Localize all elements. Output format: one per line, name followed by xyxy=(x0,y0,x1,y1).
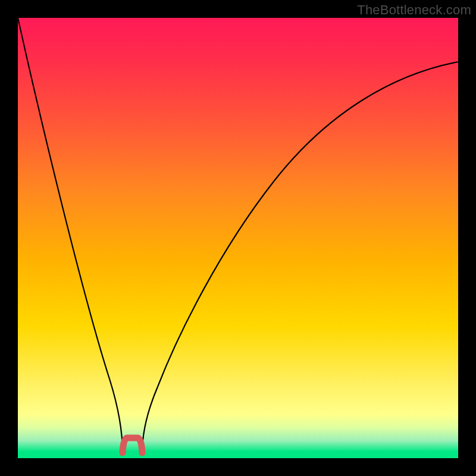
curve-left-branch xyxy=(18,18,123,453)
curve-right-branch xyxy=(142,62,458,453)
gradient-plot-area xyxy=(18,18,458,458)
bottom-bump xyxy=(123,438,142,453)
watermark-text: TheBottleneck.com xyxy=(357,2,471,18)
chart-frame: TheBottleneck.com xyxy=(0,0,476,476)
curve-svg xyxy=(18,18,458,458)
